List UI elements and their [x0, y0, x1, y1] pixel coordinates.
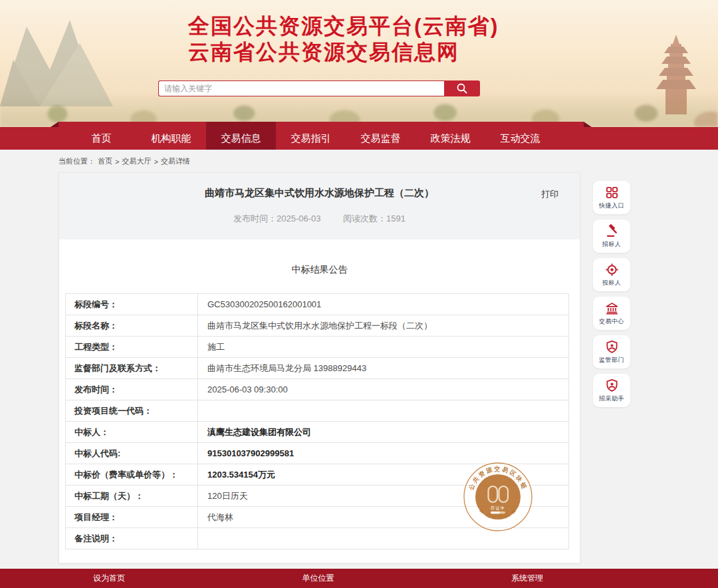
nav-item-supervision[interactable]: 交易监督 — [346, 127, 416, 150]
gavel-icon — [605, 224, 619, 238]
print-button[interactable]: 打印 — [541, 188, 558, 200]
row-value — [198, 400, 568, 421]
nav-item-home[interactable]: 首页 — [66, 127, 136, 150]
table-row: 投资项目统一代码： — [66, 400, 568, 422]
breadcrumb-home-link[interactable]: 首页 — [98, 156, 112, 166]
article-header: 曲靖市马龙区集中式饮用水水源地保护工程（二次） 打印 发布时间：2025-06-… — [59, 173, 580, 239]
row-label: 中标工期（天）： — [66, 486, 198, 506]
site-title-block: 全国公共资源交易平台(云南省) 云南省公共资源交易信息网 — [188, 13, 499, 65]
search-button[interactable] — [444, 80, 480, 96]
nav-item-trade-info[interactable]: 交易信息 — [206, 127, 276, 150]
page-main: 当前位置： 首页 > 交易大厅 > 交易详情 曲靖市马龙区集中式饮用水水源地保护… — [0, 150, 718, 569]
page-title: 曲靖市马龙区集中式饮用水水源地保护工程（二次） — [72, 187, 566, 200]
table-row: 监督部门及联系方式： 曲靖市生态环境局马龙分局 13988929443 — [66, 358, 568, 379]
breadcrumb-prefix: 当前位置： — [59, 156, 95, 166]
tool-trade-center[interactable]: 交易中心 — [593, 297, 630, 330]
nav-item-policies[interactable]: 政策法规 — [416, 127, 485, 150]
row-value: 2025-06-03 09:30:00 — [198, 379, 568, 400]
pagoda-art — [653, 35, 699, 114]
row-label: 投资项目统一代码： — [66, 400, 198, 421]
shield-user-icon — [605, 340, 619, 354]
nav-item-functions[interactable]: 机构职能 — [136, 127, 206, 150]
row-label: 中标人： — [66, 422, 198, 442]
row-value: 915301037902999581 — [198, 443, 568, 464]
nav-item-interaction[interactable]: 互动交流 — [485, 127, 555, 150]
row-label: 备注说明： — [66, 528, 198, 549]
breadcrumb-separator: > — [115, 158, 119, 166]
mountains-art — [0, 7, 173, 106]
site-title-line1: 全国公共资源交易平台(云南省) — [188, 13, 499, 39]
row-label: 监督部门及联系方式： — [66, 358, 198, 378]
table-row: 标段名称： 曲靖市马龙区集中式饮用水水源地保护工程一标段（二次） — [66, 315, 568, 337]
tool-label: 交易中心 — [599, 317, 624, 326]
footer-unit-location[interactable]: 单位位置 — [302, 573, 334, 584]
row-value: 曲靖市生态环境局马龙分局 13988929443 — [198, 358, 568, 378]
row-label: 项目经理： — [66, 507, 198, 527]
tool-label: 投标人 — [602, 279, 622, 287]
search-bar — [158, 80, 480, 96]
tool-label: 快捷入口 — [599, 202, 624, 210]
breadcrumb-hall-link[interactable]: 交易大厅 — [122, 156, 151, 166]
row-label: 工程类型： — [66, 337, 198, 357]
table-row: 发布时间： 2025-06-03 09:30:00 — [66, 379, 568, 400]
tool-quick-entry[interactable]: 快捷入口 — [593, 181, 630, 214]
grid-icon — [605, 186, 619, 200]
tool-supervision-dept[interactable]: 监管部门 — [593, 335, 630, 368]
tool-label: 招标人 — [602, 240, 622, 249]
row-value: GC530300202500162001001 — [198, 294, 568, 315]
row-label: 标段名称： — [66, 315, 198, 336]
tool-label: 监管部门 — [599, 356, 624, 365]
tool-tenderer[interactable]: 招标人 — [593, 220, 630, 253]
row-label: 标段编号： — [66, 294, 198, 315]
table-row: 标段编号： GC530300202500162001001 — [66, 294, 568, 315]
hero-header: 全国公共资源交易平台(云南省) 云南省公共资源交易信息网 — [0, 0, 718, 127]
footer-system-management[interactable]: 系统管理 — [511, 573, 543, 584]
seal-center-text: 存证中 — [491, 506, 506, 510]
footer-set-homepage[interactable]: 设为首页 — [93, 573, 125, 584]
search-input[interactable] — [158, 80, 444, 96]
target-icon — [605, 263, 619, 277]
table-row: 工程类型： 施工 — [66, 337, 568, 358]
main-nav: 首页 机构职能 交易信息 交易指引 交易监督 政策法规 互动交流 — [0, 127, 718, 150]
publish-time: 发布时间：2025-06-03 — [233, 214, 321, 223]
site-title-line2: 云南省公共资源交易信息网 — [188, 39, 499, 65]
row-value: 曲靖市马龙区集中式饮用水水源地保护工程一标段（二次） — [198, 315, 568, 336]
row-label: 发布时间： — [66, 379, 198, 400]
breadcrumb: 当前位置： 首页 > 交易大厅 > 交易详情 — [0, 150, 718, 172]
bank-icon — [605, 301, 619, 315]
announcement-heading: 中标结果公告 — [59, 264, 580, 276]
row-value: 施工 — [198, 337, 568, 357]
row-label: 中标人代码: — [66, 443, 198, 464]
article-meta: 发布时间：2025-06-03 阅读次数：1591 — [72, 213, 566, 225]
breadcrumb-detail-link[interactable]: 交易详情 — [161, 156, 190, 166]
nav-ribbon — [59, 122, 584, 127]
table-row: 中标人： 滇鹰生态建设集团有限公司 — [66, 422, 568, 443]
certification-seal: 公共资源交易区块链 ★ 存证标识 ★ 存证中 — [463, 462, 533, 532]
nav-item-trade-guide[interactable]: 交易指引 — [276, 127, 346, 150]
breadcrumb-separator: > — [154, 158, 158, 166]
tool-procurement-assistant[interactable]: 招采助手 — [593, 374, 630, 407]
row-label: 中标价（费率或单价等）： — [66, 464, 198, 485]
shield-user-icon — [605, 378, 619, 392]
read-count: 阅读次数：1591 — [343, 214, 406, 223]
footer: 设为首页 单位位置 系统管理 — [0, 569, 718, 588]
tool-label: 招采助手 — [599, 394, 624, 403]
row-value: 滇鹰生态建设集团有限公司 — [198, 422, 568, 442]
search-icon — [456, 82, 468, 94]
article-card: 曲靖市马龙区集中式饮用水水源地保护工程（二次） 打印 发布时间：2025-06-… — [59, 172, 580, 563]
tool-bidder[interactable]: 投标人 — [593, 258, 630, 291]
quick-tools-sidebar: 快捷入口 招标人 投标人 — [593, 181, 630, 407]
